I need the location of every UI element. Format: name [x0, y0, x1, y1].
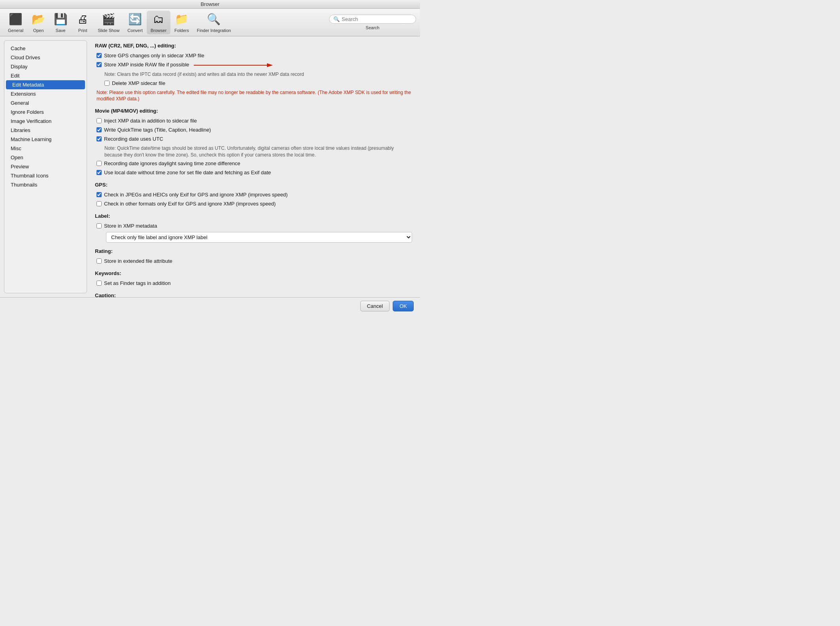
browser-icon: 🗂: [151, 12, 166, 26]
bottom-bar: Cancel OK: [0, 297, 420, 315]
open-icon: 📂: [31, 12, 45, 26]
sidebar-item-extensions[interactable]: Extensions: [4, 89, 87, 98]
store-gps-row: Store GPS changes only in sidecar XMP fi…: [95, 53, 412, 59]
local-date-row: Use local date without time zone for set…: [95, 170, 412, 176]
store-xmp-raw-row: Store XMP inside RAW file if possible: [95, 62, 412, 69]
finder-icon: 🔍: [207, 12, 221, 26]
bottom-right-buttons: Cancel OK: [360, 301, 414, 311]
search-container: 🔍 Search: [329, 15, 416, 30]
recording-dst-checkbox[interactable]: [96, 161, 102, 166]
toolbar-label-slideshow: Slide Show: [98, 28, 119, 33]
xmp-note: Note: Clears the IPTC data record (if ex…: [95, 71, 412, 78]
cancel-button[interactable]: Cancel: [360, 301, 390, 311]
finder-tags-label: Set as Finder tags in addition: [104, 280, 170, 287]
sidebar-item-preview[interactable]: Preview: [4, 162, 87, 171]
store-extended-label: Store in extended file attribute: [104, 258, 172, 265]
sidebar-item-ignore-folders[interactable]: Ignore Folders: [4, 107, 87, 117]
toolbar-item-folders[interactable]: 📁 Folders: [170, 11, 193, 34]
gps-other-checkbox[interactable]: [96, 201, 102, 206]
sidebar-item-libraries[interactable]: Libraries: [4, 126, 87, 135]
finder-tags-row: Set as Finder tags in addition: [95, 280, 412, 287]
inject-xmp-checkbox[interactable]: [96, 118, 102, 123]
general-icon: ⬛: [9, 12, 23, 26]
toolbar-item-open[interactable]: 📂 Open: [27, 11, 49, 34]
ok-button[interactable]: OK: [393, 301, 414, 311]
delete-xmp-checkbox[interactable]: [104, 81, 110, 86]
toolbar-item-print[interactable]: 🖨 Print: [72, 11, 94, 34]
convert-icon: 🔄: [128, 12, 142, 26]
folders-icon: 📁: [174, 12, 189, 26]
search-input[interactable]: [342, 16, 412, 22]
sidebar-item-display[interactable]: Display: [4, 62, 87, 71]
recording-dst-label: Recording date ignores daylight saving t…: [104, 160, 240, 167]
delete-xmp-row: Delete XMP sidecar file: [95, 80, 412, 87]
store-xmp-raw-label: Store XMP inside RAW file if possible: [104, 62, 273, 69]
sidebar-item-cloud-drives[interactable]: Cloud Drives: [4, 53, 87, 62]
local-date-checkbox[interactable]: [96, 170, 102, 175]
raw-warning: Note: Please use this option carefully. …: [95, 89, 412, 103]
caption-section-title: Caption:: [95, 292, 412, 297]
toolbar-label-open: Open: [33, 28, 44, 33]
inject-xmp-row: Inject XMP data in addition to sidecar f…: [95, 118, 412, 124]
local-date-label: Use local date without time zone for set…: [104, 170, 271, 176]
write-quicktime-label: Write QuickTime tags (Title, Caption, He…: [104, 127, 211, 134]
label-dropdown-row: Check only file label and ignore XMP lab…: [95, 232, 412, 243]
store-extended-row: Store in extended file attribute: [95, 258, 412, 265]
recording-dst-row: Recording date ignores daylight saving t…: [95, 160, 412, 167]
toolbar-item-finder[interactable]: 🔍 Finder Integration: [193, 11, 235, 34]
svg-marker-1: [267, 63, 273, 67]
gps-other-row: Check in other formats only Exif for GPS…: [95, 201, 412, 207]
sidebar-item-edit[interactable]: Edit: [4, 71, 87, 80]
sidebar-item-misc[interactable]: Misc: [4, 144, 87, 153]
gps-jpeg-checkbox[interactable]: [96, 192, 102, 197]
toolbar-item-general[interactable]: ⬛ General: [4, 11, 27, 34]
red-arrow-icon: [194, 62, 273, 69]
delete-xmp-label: Delete XMP sidecar file: [112, 80, 165, 87]
store-gps-label: Store GPS changes only in sidecar XMP fi…: [104, 53, 204, 59]
search-label: Search: [366, 25, 380, 30]
store-xmp-label-checkbox[interactable]: [96, 223, 102, 228]
toolbar-item-slideshow[interactable]: 🎬 Slide Show: [94, 11, 123, 34]
store-extended-checkbox[interactable]: [96, 258, 102, 264]
store-xmp-raw-checkbox[interactable]: [96, 62, 102, 67]
toolbar-label-convert: Convert: [127, 28, 143, 33]
toolbar-item-browser[interactable]: 🗂 Browser: [147, 11, 170, 34]
label-section-title: Label:: [95, 213, 412, 219]
main-layout: Cache Cloud Drives Display Edit Edit Met…: [0, 36, 420, 297]
sidebar-item-open[interactable]: Open: [4, 153, 87, 162]
gps-jpeg-row: Check in JPEGs and HEICs only Exif for G…: [95, 192, 412, 198]
toolbar-item-convert[interactable]: 🔄 Convert: [123, 11, 147, 34]
toolbar-label-save: Save: [56, 28, 66, 33]
recording-utc-checkbox[interactable]: [96, 136, 102, 141]
sidebar-item-general[interactable]: General: [4, 98, 87, 107]
sidebar-item-edit-metadata[interactable]: Edit Metadata: [6, 80, 85, 89]
store-xmp-label-label: Store in XMP metadata: [104, 223, 157, 230]
write-quicktime-checkbox[interactable]: [96, 127, 102, 132]
gps-section-title: GPS:: [95, 182, 412, 188]
sidebar-item-image-verification[interactable]: Image Verification: [4, 117, 87, 126]
sidebar-item-thumbnail-icons[interactable]: Thumbnail Icons: [4, 171, 87, 180]
inject-xmp-label: Inject XMP data in addition to sidecar f…: [104, 118, 197, 124]
raw-section-title: RAW (CR2, NEF, DNG, ...) editing:: [95, 43, 412, 49]
finder-tags-checkbox[interactable]: [96, 281, 102, 286]
toolbar-item-save[interactable]: 💾 Save: [49, 11, 72, 34]
toolbar-label-general: General: [8, 28, 23, 33]
rating-section-title: Rating:: [95, 248, 412, 254]
toolbar: ⬛ General 📂 Open 💾 Save 🖨 Print 🎬 Slide …: [0, 9, 420, 36]
gps-jpeg-label: Check in JPEGs and HEICs only Exif for G…: [104, 192, 288, 198]
store-gps-checkbox[interactable]: [96, 53, 102, 58]
sidebar-item-machine-learning[interactable]: Machine Learning: [4, 135, 87, 144]
keywords-section-title: Keywords:: [95, 270, 412, 276]
sidebar-item-cache[interactable]: Cache: [4, 44, 87, 53]
slideshow-icon: 🎬: [102, 12, 116, 26]
recording-utc-label: Recording date uses UTC: [104, 136, 163, 143]
toolbar-label-finder: Finder Integration: [197, 28, 231, 33]
movie-section-title: Movie (MP4/MOV) editing:: [95, 108, 412, 114]
title-bar: Browser: [0, 0, 420, 9]
label-dropdown[interactable]: Check only file label and ignore XMP lab…: [106, 232, 412, 243]
search-box[interactable]: 🔍: [329, 15, 416, 24]
sidebar-item-thumbnails[interactable]: Thumbnails: [4, 180, 87, 189]
movie-note: Note: QuickTime date/time tags should be…: [95, 145, 412, 158]
save-icon: 💾: [53, 12, 68, 26]
content-area: RAW (CR2, NEF, DNG, ...) editing: Store …: [87, 36, 420, 297]
